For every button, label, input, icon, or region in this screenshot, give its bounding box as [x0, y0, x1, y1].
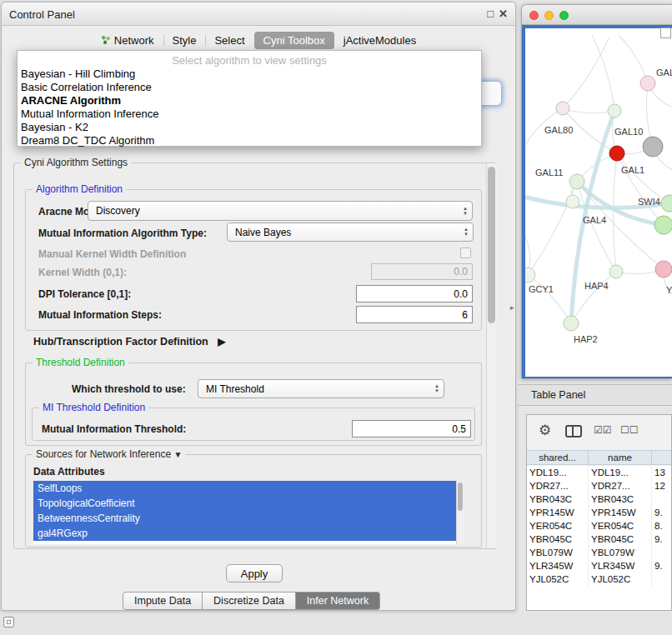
table-cell: 9.	[652, 559, 671, 572]
table-row[interactable]: YBL079WYBL079W	[527, 546, 671, 559]
hub-section-label: Hub/Transcription Factor Definition	[33, 336, 208, 348]
network-node[interactable]	[608, 104, 621, 118]
field-value: 0.5	[452, 423, 466, 435]
collapse-arrow-icon: ▼	[173, 450, 182, 459]
attribute-list-scrollbar-thumb[interactable]	[458, 482, 463, 511]
tab-network[interactable]: Network	[92, 32, 163, 49]
attribute-item[interactable]: gal4RGexp	[33, 526, 456, 541]
float-window-icon[interactable]: □	[487, 8, 494, 20]
network-edge	[528, 275, 571, 323]
combo-down-icon: ▼	[463, 212, 468, 216]
zoom-traffic-light[interactable]	[559, 11, 569, 20]
group-title: MI Threshold Definition	[39, 402, 148, 413]
mi-steps-field[interactable]: 6	[356, 306, 473, 323]
attribute-list: SelfLoopsTopologicalCoefficientBetweenne…	[33, 481, 456, 544]
close-window-icon[interactable]: ✕	[499, 8, 508, 20]
table-cell: YJL052C	[527, 572, 589, 586]
table-cell: 12	[652, 479, 671, 492]
manual-kernel-label: Manual Kernel Width Definition	[38, 248, 186, 260]
unchecked-box-icon: ☐	[629, 424, 639, 436]
sources-title: Sources for Network Inference	[36, 448, 171, 460]
column-header[interactable]	[652, 451, 672, 464]
group-title: Cyni Algorithm Settings	[21, 157, 131, 168]
network-node[interactable]	[564, 316, 579, 331]
algorithm-option[interactable]: Mutual Information Inference	[18, 108, 481, 121]
attribute-item[interactable]: SelfLoops	[33, 481, 456, 496]
column-header[interactable]: name	[589, 451, 652, 464]
table-row[interactable]: YBR045CYBR045C9.	[527, 532, 671, 546]
birdseye-toggle[interactable]	[660, 28, 671, 38]
table-cell	[652, 492, 671, 506]
table-row[interactable]: YLR345WYLR345W9.	[527, 559, 671, 572]
tab-jactivemodules[interactable]: jActiveModules	[334, 32, 425, 49]
sources-header[interactable]: Sources for Network Inference ▼	[33, 448, 185, 460]
splitter-handle[interactable]: ▸	[510, 303, 514, 312]
tab-label: jActiveModules	[344, 32, 416, 49]
network-edge	[619, 35, 648, 83]
table-cell	[652, 546, 671, 559]
attribute-item[interactable]: TopologicalCoefficient	[33, 496, 456, 511]
manual-kernel-checkbox[interactable]	[460, 248, 471, 258]
bottom-tab-impute-data[interactable]: Impute Data	[123, 592, 203, 610]
column-header[interactable]: shared...	[527, 451, 589, 464]
which-threshold-select[interactable]: MI Threshold ▲▼	[198, 379, 444, 398]
desktop: Control Panel □ ✕ NetworkStyleSelectCyni…	[0, 0, 672, 635]
bottom-tab-infer-network[interactable]: Infer Network	[296, 592, 380, 610]
table-row[interactable]: YBR043CYBR043C	[527, 492, 671, 506]
minimize-traffic-light[interactable]	[544, 11, 554, 20]
network-node[interactable]	[569, 174, 584, 189]
network-node[interactable]	[643, 137, 663, 157]
table-cell: YJL052C	[589, 572, 652, 586]
apply-button[interactable]: Apply	[226, 564, 283, 582]
group-title: Algorithm Definition	[33, 183, 126, 195]
mi-steps-label: Mutual Information Steps:	[38, 309, 162, 321]
table-row[interactable]: YPR145WYPR145W9.	[527, 506, 671, 519]
mi-algorithm-type-select[interactable]: Naive Bayes ▲▼	[227, 222, 474, 242]
bottom-tab-discretize-data[interactable]: Discretize Data	[203, 592, 296, 610]
mi-threshold-field[interactable]: 0.5	[352, 420, 471, 438]
network-node[interactable]	[556, 102, 569, 115]
attribute-item[interactable]: BetweennessCentrality	[33, 511, 456, 526]
combo-stepper-icon: ▲▼	[463, 207, 468, 216]
deselect-all-checkboxes-icon[interactable]: ☐☐	[620, 424, 639, 436]
tab-select[interactable]: Select	[205, 32, 253, 49]
aracne-mode-select[interactable]: Discovery ▲▼	[88, 201, 473, 221]
node-label: GAL10	[614, 127, 643, 137]
kernel-width-label: Kernel Width (0,1):	[38, 267, 127, 278]
algorithm-option[interactable]: Basic Correlation Inference	[18, 81, 481, 94]
table-cell: YDR27...	[589, 479, 652, 492]
hub-section-header[interactable]: Hub/Transcription Factor Definition ▶	[33, 336, 225, 348]
network-node[interactable]	[609, 146, 624, 161]
network-node[interactable]	[654, 216, 672, 234]
close-traffic-light[interactable]	[529, 11, 539, 20]
algorithm-option[interactable]: Bayesian - Hill Climbing	[18, 68, 481, 81]
select-all-checkboxes-icon[interactable]: ☑☑	[594, 424, 612, 436]
algorithm-option[interactable]: Dream8 DC_TDC Algorithm	[18, 134, 481, 148]
gear-icon[interactable]: ⚙	[539, 422, 551, 439]
table-header-row: shared...name	[527, 450, 671, 465]
table-panel-bar: Table Panel	[518, 384, 672, 406]
network-canvas[interactable]: GALGAL80GAL10GAL11GAL1SWI4GAL4GCY1HAP4YH…	[525, 28, 672, 377]
minimized-panel-icon[interactable]	[3, 617, 14, 628]
settings-scrollbar-thumb[interactable]	[488, 167, 495, 323]
algorithm-option[interactable]: ARACNE Algorithm	[18, 94, 481, 108]
tab-cyni-toolbox[interactable]: Cyni Toolbox	[254, 32, 334, 49]
table-row[interactable]: YDR27...YDR27...12	[527, 479, 671, 492]
node-label: HAP2	[574, 334, 598, 344]
dpi-tolerance-field[interactable]: 0.0	[356, 285, 473, 302]
tab-style[interactable]: Style	[163, 32, 206, 49]
columns-icon[interactable]	[565, 425, 582, 438]
network-node[interactable]	[655, 261, 672, 278]
network-node[interactable]	[566, 195, 579, 208]
table-row[interactable]: YDL19...YDL19...13	[527, 466, 671, 479]
control-panel-window: Control Panel □ ✕ NetworkStyleSelectCyni…	[1, 2, 516, 611]
network-node[interactable]	[640, 76, 655, 91]
algorithm-option[interactable]: Bayesian - K2	[18, 121, 481, 134]
network-node[interactable]	[609, 265, 623, 278]
network-node[interactable]	[661, 195, 672, 212]
table-cell: YBR043C	[589, 492, 652, 506]
table-row[interactable]: YER054CYER054C8.	[527, 519, 671, 532]
kernel-width-field: 0.0	[371, 263, 473, 280]
table-row[interactable]: YJL052CYJL052C	[527, 572, 671, 586]
network-edge	[563, 108, 614, 113]
